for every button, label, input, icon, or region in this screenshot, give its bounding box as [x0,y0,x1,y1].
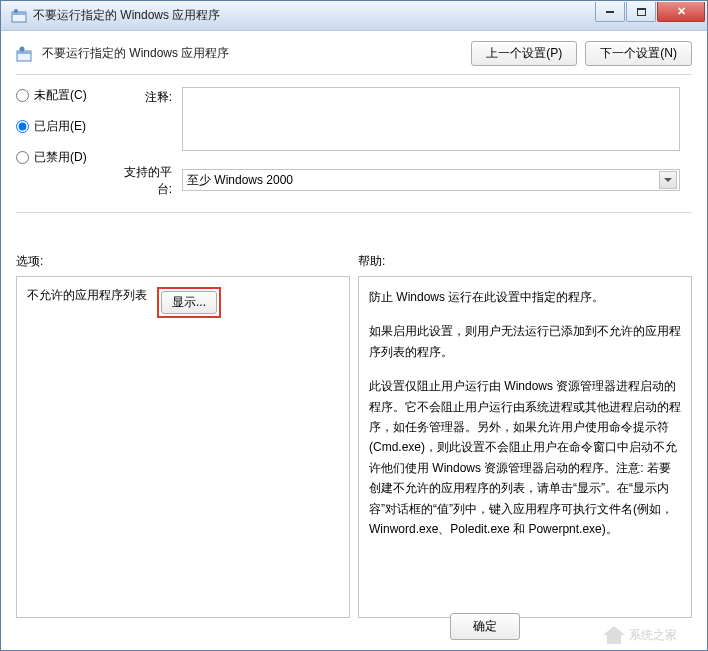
radio-disabled-input[interactable] [16,151,29,164]
svg-point-5 [20,46,25,51]
radio-not-configured[interactable]: 未配置(C) [16,87,112,104]
radio-enabled-label: 已启用(E) [34,118,86,135]
svg-point-2 [14,9,18,13]
platform-label: 支持的平台: [112,162,182,198]
config-section: 未配置(C) 已启用(E) 已禁用(D) 注释: [16,87,692,198]
window-controls: ✕ [595,2,705,22]
help-text-1: 防止 Windows 运行在此设置中指定的程序。 [369,287,681,307]
close-button[interactable]: ✕ [657,2,705,22]
previous-setting-button[interactable]: 上一个设置(P) [471,41,577,66]
platform-value: 至少 Windows 2000 [187,172,293,189]
help-text-2: 如果启用此设置，则用户无法运行已添加到不允许的应用程序列表的程序。 [369,321,681,362]
header-row: 不要运行指定的 Windows 应用程序 上一个设置(P) 下一个设置(N) [16,41,692,66]
platform-select[interactable]: 至少 Windows 2000 [182,169,680,191]
policy-icon [16,45,34,63]
disallowed-apps-label: 不允许的应用程序列表 [27,287,147,304]
content-area: 不要运行指定的 Windows 应用程序 上一个设置(P) 下一个设置(N) 未… [1,31,707,628]
state-radios: 未配置(C) 已启用(E) 已禁用(D) [16,87,112,198]
radio-enabled[interactable]: 已启用(E) [16,118,112,135]
options-panel: 不允许的应用程序列表 显示... [16,276,350,618]
help-panel: 防止 Windows 运行在此设置中指定的程序。 如果启用此设置，则用户无法运行… [358,276,692,618]
show-button-highlight: 显示... [157,287,221,318]
comment-label: 注释: [112,87,182,154]
radio-not-configured-label: 未配置(C) [34,87,87,104]
dropdown-arrow-icon[interactable] [659,171,677,189]
next-setting-button[interactable]: 下一个设置(N) [585,41,692,66]
svg-rect-4 [17,51,31,54]
app-icon [11,8,27,24]
radio-disabled[interactable]: 已禁用(D) [16,149,112,166]
policy-title: 不要运行指定的 Windows 应用程序 [42,45,229,62]
watermark-text: 系统之家 [629,627,677,644]
show-button[interactable]: 显示... [161,291,217,314]
comment-textarea[interactable] [182,87,680,151]
svg-marker-6 [603,626,625,644]
watermark: 系统之家 [603,626,677,644]
titlebar: 不要运行指定的 Windows 应用程序 ✕ [1,1,707,31]
divider [16,212,692,213]
options-section-label: 选项: [16,253,358,270]
minimize-button[interactable] [595,2,625,22]
radio-disabled-label: 已禁用(D) [34,149,87,166]
divider [16,74,692,75]
section-labels: 选项: 帮助: [16,253,692,270]
policy-editor-window: 不要运行指定的 Windows 应用程序 ✕ 不要运行指定的 Windows 应… [0,0,708,651]
ok-button[interactable]: 确定 [450,613,520,640]
help-section-label: 帮助: [358,253,385,270]
maximize-button[interactable] [626,2,656,22]
help-text-3: 此设置仅阻止用户运行由 Windows 资源管理器进程启动的程序。它不会阻止用户… [369,376,681,539]
svg-rect-1 [12,12,26,15]
radio-not-configured-input[interactable] [16,89,29,102]
radio-enabled-input[interactable] [16,120,29,133]
panels-row: 不允许的应用程序列表 显示... 防止 Windows 运行在此设置中指定的程序… [16,276,692,618]
watermark-icon [603,626,625,644]
